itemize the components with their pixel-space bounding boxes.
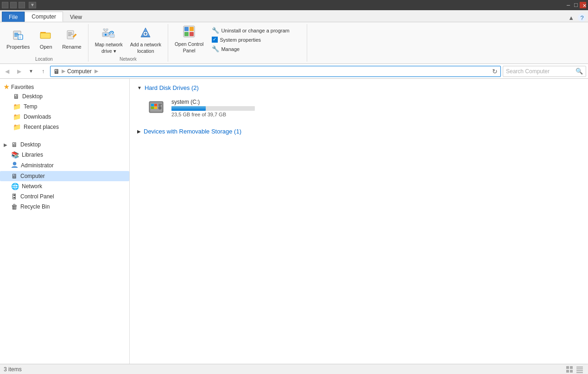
desktop-tree-label: Desktop bbox=[20, 141, 41, 148]
network-icon: 🌐 bbox=[11, 183, 19, 190]
svg-rect-30 bbox=[184, 27, 189, 31]
ribbon-help-button[interactable]: ? bbox=[578, 13, 586, 22]
sidebar-item-computer[interactable]: 🖥 Computer bbox=[0, 171, 129, 181]
network-label: Network bbox=[22, 183, 42, 190]
favorites-label: Favorites bbox=[11, 84, 34, 90]
removable-section-label: Devices with Removable Storage (1) bbox=[144, 128, 241, 135]
svg-point-34 bbox=[13, 162, 16, 165]
sidebar-spacer bbox=[0, 134, 129, 139]
sidebar-item-libraries[interactable]: 📚 Libraries bbox=[0, 150, 129, 160]
drive-c-bar-container bbox=[171, 106, 255, 111]
add-network-location-icon bbox=[138, 24, 153, 41]
statusbar-right bbox=[565, 365, 584, 374]
ribbon-group-system: Open Control Panel 🔧 Uninstall or change… bbox=[168, 24, 307, 62]
sidebar-item-recycle-bin[interactable]: 🗑 Recycle Bin bbox=[0, 202, 129, 212]
address-field[interactable]: 🖥 ▶ Computer ▶ ↻ bbox=[50, 66, 501, 77]
address-refresh-button[interactable]: ↻ bbox=[492, 68, 498, 75]
tab-computer[interactable]: Computer bbox=[25, 12, 63, 22]
favorites-header[interactable]: ★ Favorites bbox=[0, 82, 129, 91]
search-box[interactable]: Search Computer 🔍 bbox=[503, 66, 586, 77]
svg-rect-47 bbox=[566, 370, 569, 373]
content: ▼ Hard Disk Drives (2) bbox=[130, 79, 588, 364]
rename-button[interactable]: Rename bbox=[59, 24, 84, 54]
maximize-button[interactable]: □ bbox=[572, 2, 579, 8]
titlebar-controls: – □ ✕ bbox=[565, 2, 586, 8]
rename-icon bbox=[65, 28, 78, 43]
ribbon-collapse-button[interactable]: ▲ bbox=[566, 14, 576, 21]
sidebar-item-control-panel[interactable]: 🎛 Control Panel bbox=[0, 191, 129, 202]
up-button[interactable]: ↑ bbox=[38, 66, 48, 76]
map-network-drive-label2: drive ▾ bbox=[101, 48, 116, 54]
ribbon-group-network-content: Map network drive ▾ Add a network locati… bbox=[92, 24, 164, 56]
svg-rect-24 bbox=[103, 29, 105, 30]
removable-section-header[interactable]: ▶ Devices with Removable Storage (1) bbox=[137, 128, 581, 135]
svg-rect-10 bbox=[67, 31, 74, 39]
favorites-section: ★ Favorites 🖥 Desktop 📁 Temp 📁 Downloads… bbox=[0, 82, 129, 132]
svg-rect-40 bbox=[154, 107, 157, 109]
administrator-label: Administrator bbox=[21, 162, 54, 169]
ribbon-group-location: i Properties Open bbox=[0, 24, 89, 62]
svg-point-17 bbox=[105, 34, 107, 36]
open-control-panel-button[interactable]: Open Control Panel bbox=[172, 24, 206, 54]
computer-tree-icon: 🖥 bbox=[11, 172, 18, 180]
system-properties-button[interactable]: System properties bbox=[210, 36, 291, 44]
manage-button[interactable]: 🔧 Manage bbox=[210, 44, 291, 53]
recent-places-icon: 📁 bbox=[13, 123, 21, 131]
uninstall-program-button[interactable]: 🔧 Uninstall or change a program bbox=[210, 26, 291, 35]
properties-icon: i bbox=[12, 28, 25, 43]
svg-rect-19 bbox=[110, 35, 114, 37]
map-network-drive-button[interactable]: Map network drive ▾ bbox=[92, 24, 126, 54]
back-button[interactable]: ◀ bbox=[2, 66, 12, 76]
sidebar-item-desktop[interactable]: 🖥 Desktop bbox=[0, 91, 129, 101]
hard-disk-section-header[interactable]: ▼ Hard Disk Drives (2) bbox=[137, 84, 581, 91]
drive-c-size: 23,5 GB free of 39,7 GB bbox=[171, 112, 255, 117]
sidebar-item-desktop-tree[interactable]: ▶ 🖥 Desktop bbox=[0, 139, 129, 150]
open-button[interactable]: Open bbox=[34, 24, 57, 54]
svg-rect-38 bbox=[154, 104, 157, 106]
drive-c-item[interactable]: system (C:) 23,5 GB free of 39,7 GB bbox=[145, 95, 581, 120]
properties-button[interactable]: i Properties bbox=[4, 24, 32, 54]
sidebar-item-temp[interactable]: 📁 Temp bbox=[0, 101, 129, 112]
downloads-folder-icon: 📁 bbox=[13, 113, 21, 120]
sidebar-item-recent-places[interactable]: 📁 Recent places bbox=[0, 122, 129, 132]
taskbar-icon2 bbox=[10, 2, 17, 8]
svg-rect-48 bbox=[570, 370, 573, 373]
addressbar: ◀ ▶ ▼ ↑ 🖥 ▶ Computer ▶ ↻ Search Computer… bbox=[0, 64, 588, 79]
computer-tree-label: Computer bbox=[20, 173, 45, 179]
downloads-label: Downloads bbox=[24, 114, 51, 120]
sidebar-item-network[interactable]: 🌐 Network bbox=[0, 181, 129, 191]
svg-rect-1 bbox=[14, 33, 18, 34]
sidebar-item-downloads[interactable]: 📁 Downloads bbox=[0, 112, 129, 122]
add-network-location-button[interactable]: Add a network location bbox=[127, 24, 164, 54]
sidebar-item-administrator[interactable]: Administrator bbox=[0, 160, 129, 171]
details-view-button[interactable] bbox=[575, 365, 584, 374]
tab-file[interactable]: File bbox=[2, 12, 25, 22]
svg-rect-39 bbox=[151, 107, 154, 109]
large-icons-view-button[interactable] bbox=[565, 365, 574, 374]
svg-rect-41 bbox=[158, 104, 162, 105]
open-label: Open bbox=[40, 44, 52, 50]
details-view-icon bbox=[576, 366, 583, 373]
forward-button[interactable]: ▶ bbox=[14, 66, 24, 76]
uninstall-label: Uninstall or change a program bbox=[221, 28, 289, 33]
search-icon: 🔍 bbox=[575, 68, 583, 75]
tab-view[interactable]: View bbox=[63, 12, 89, 22]
manage-label: Manage bbox=[221, 46, 240, 52]
minimize-button[interactable]: – bbox=[565, 2, 571, 8]
control-panel-label: Control Panel bbox=[20, 193, 54, 200]
svg-rect-32 bbox=[184, 32, 189, 36]
close-button[interactable]: ✕ bbox=[580, 2, 586, 8]
svg-rect-9 bbox=[41, 33, 50, 38]
add-network-location-label: Add a network bbox=[130, 42, 161, 47]
open-control-panel-icon bbox=[182, 25, 196, 40]
manage-icon: 🔧 bbox=[212, 45, 219, 52]
svg-rect-46 bbox=[570, 366, 573, 369]
taskbar-icon1 bbox=[2, 2, 8, 8]
favorites-star-icon: ★ bbox=[4, 83, 9, 90]
dropdown-recent-button[interactable]: ▼ bbox=[26, 66, 36, 76]
svg-rect-42 bbox=[158, 105, 161, 106]
ribbon-group-location-content: i Properties Open bbox=[4, 24, 84, 56]
large-icons-view-icon bbox=[566, 366, 573, 373]
control-panel-icon: 🎛 bbox=[11, 193, 18, 200]
taskbar-arrow[interactable]: ▼ bbox=[29, 2, 36, 8]
